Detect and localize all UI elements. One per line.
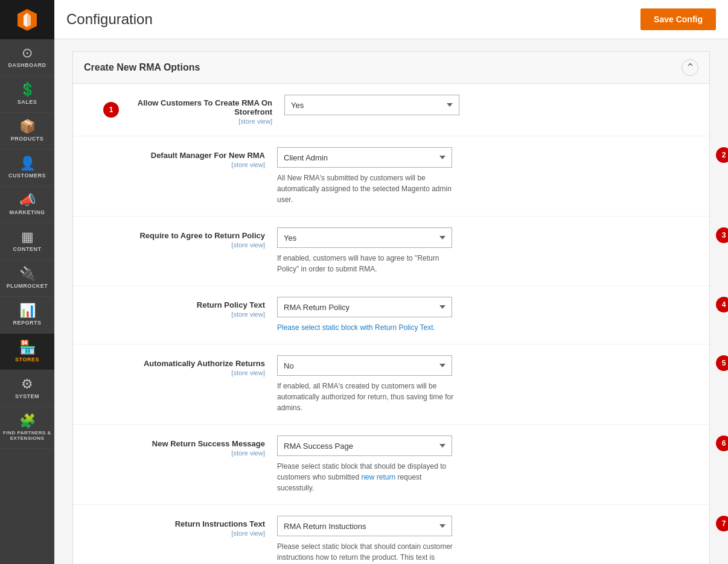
field-label-4: Return Policy Text [84, 300, 265, 309]
badge-wrapper-3: ← 3 [722, 230, 728, 241]
store-view-tag-5: [store view] [84, 369, 265, 376]
sidebar-item-label: MARKETING [10, 209, 45, 215]
page-header: Configuration Save Config [54, 0, 728, 39]
store-view-tag-4: [store view] [84, 311, 265, 318]
badge-wrapper-7: ← 7 [722, 518, 728, 529]
sidebar-item-stores[interactable]: 🏪 STORES [0, 334, 54, 370]
sidebar-item-customers[interactable]: 👤 CUSTOMERS [0, 150, 54, 186]
form-row-2: Default Manager For New RMA [store view]… [73, 136, 709, 217]
form-row-1: 1 → Allow Customers To Create RMA On Sto… [73, 84, 709, 136]
sidebar-item-label: SYSTEM [15, 393, 39, 399]
field-label-6: New Return Success Message [84, 439, 265, 448]
field-select-5[interactable]: No Yes [277, 355, 452, 376]
sidebar-item-label: PRODUCTS [11, 136, 44, 142]
sales-icon: 💲 [19, 83, 36, 97]
form-row-7: Return Instructions Text [store view] RM… [73, 505, 709, 564]
store-view-tag-7: [store view] [84, 530, 265, 537]
sidebar-item-marketing[interactable]: 📣 MARKETING [0, 186, 54, 223]
field-col-6: RMA Success Page ← 6 Please select stati… [277, 436, 698, 493]
sidebar-item-label: DASHBOARD [8, 62, 46, 68]
field-col-4: RMA Return Policy ← 4 Please select stat… [277, 297, 698, 333]
sidebar-item-label: CUSTOMERS [8, 173, 46, 179]
badge-2: 2 [716, 147, 728, 163]
save-config-button[interactable]: Save Config [640, 8, 716, 30]
sidebar-item-content[interactable]: ▦ CONTENT [0, 223, 54, 260]
badge-6: 6 [716, 436, 728, 451]
form-row-6: New Return Success Message [store view] … [73, 425, 709, 505]
field-label-7: Return Instructions Text [84, 519, 265, 528]
form-row-4: Return Policy Text [store view] RMA Retu… [73, 286, 709, 344]
badge-7: 7 [716, 516, 728, 531]
rma-options-panel-header: Create New RMA Options ⌃ [73, 52, 709, 84]
rma-options-collapse-button[interactable]: ⌃ [682, 59, 698, 76]
store-view-tag-2: [store view] [84, 161, 265, 168]
sidebar-item-reports[interactable]: 📊 REPORTS [0, 297, 54, 334]
field-note-6: Please select static block that should b… [277, 461, 458, 493]
sidebar-item-label: FIND PARTNERS & EXTENSIONS [3, 430, 51, 441]
field-note-4: Please select static block with Return P… [277, 322, 458, 333]
customers-icon: 👤 [19, 157, 36, 170]
badge-wrapper-2: ← 2 [722, 150, 728, 160]
field-select-1[interactable]: Yes No [284, 95, 459, 115]
sidebar-item-system[interactable]: ⚙ SYSTEM [0, 370, 54, 407]
sidebar-item-label: PLUMROCKET [7, 283, 48, 289]
sidebar-item-products[interactable]: 📦 PRODUCTS [0, 113, 54, 150]
find-partners-icon: 🧩 [19, 414, 36, 428]
sidebar-item-label: STORES [15, 356, 39, 363]
sidebar-item-label: SALES [18, 99, 37, 105]
main-area: Configuration Save Config Create New RMA… [54, 0, 728, 564]
sidebar-item-label: CONTENT [13, 246, 42, 252]
sidebar-item-sales[interactable]: 💲 SALES [0, 76, 54, 113]
products-icon: 📦 [19, 120, 36, 133]
badge-wrapper-5: ← 5 [722, 358, 728, 369]
store-view-tag-1: [store view] [127, 118, 272, 125]
field-note-3: If enabled, customers will have to agree… [277, 253, 458, 274]
label-col-5: Automatically Authorize Returns [store v… [84, 355, 277, 376]
field-col-7: RMA Return Instuctions ← 7 Please select… [277, 516, 698, 564]
badge-wrapper-4: ← 4 [722, 299, 728, 310]
plumrocket-icon: 🔌 [19, 267, 36, 280]
badge-1: 1 [103, 102, 119, 118]
field-col-2: Client Admin ← 2 All New RMA's submitted… [277, 147, 698, 205]
field-label-2: Default Manager For New RMA [84, 151, 265, 160]
marketing-icon: 📣 [19, 194, 36, 207]
label-col-7: Return Instructions Text [store view] [84, 516, 277, 537]
badge-5: 5 [716, 355, 728, 371]
system-icon: ⚙ [21, 378, 33, 391]
field-note-7: Please select static block that should c… [277, 541, 458, 564]
field-select-6[interactable]: RMA Success Page [277, 436, 452, 456]
stores-icon: 🏪 [19, 341, 36, 354]
dashboard-icon: ⊙ [22, 46, 33, 60]
field-label-1: Allow Customers To Create RMA On Storefr… [127, 98, 272, 116]
badge-3: 3 [716, 227, 728, 243]
rma-options-panel: Create New RMA Options ⌃ 1 → Allow Custo… [72, 51, 710, 564]
field-select-7[interactable]: RMA Return Instuctions [277, 516, 452, 536]
label-col-3: Require to Agree to Return Policy [store… [84, 227, 277, 249]
reports-icon: 📊 [19, 304, 36, 317]
field-note-5: If enabled, all RMA's created by custome… [277, 381, 458, 413]
field-col-5: No Yes ← 5 If enabled, all RMA's created… [277, 355, 698, 413]
logo-area [0, 0, 54, 39]
content-icon: ▦ [21, 230, 34, 244]
field-select-2[interactable]: Client Admin [277, 147, 452, 168]
label-col-6: New Return Success Message [store view] [84, 436, 277, 457]
field-select-4[interactable]: RMA Return Policy [277, 297, 452, 317]
form-row-5: Automatically Authorize Returns [store v… [73, 344, 709, 425]
label-col-4: Return Policy Text [store view] [84, 297, 277, 318]
sidebar: ⊙ DASHBOARD 💲 SALES 📦 PRODUCTS 👤 CUSTOME… [0, 0, 54, 564]
field-select-3[interactable]: Yes No [277, 227, 452, 248]
field-note-2: All New RMA's submitted by customers wil… [277, 173, 458, 205]
field-col-3: Yes No ← 3 If enabled, customers will ha… [277, 227, 698, 274]
field-label-5: Automatically Authorize Returns [84, 359, 265, 368]
field-col-1: Yes No [284, 95, 698, 115]
sidebar-item-plumrocket[interactable]: 🔌 PLUMROCKET [0, 260, 54, 297]
sidebar-item-label: REPORTS [13, 320, 41, 326]
sidebar-item-dashboard[interactable]: ⊙ DASHBOARD [0, 39, 54, 76]
chevron-up-icon: ⌃ [686, 62, 695, 73]
form-row-3: Require to Agree to Return Policy [store… [73, 217, 709, 286]
sidebar-item-find-partners[interactable]: 🧩 FIND PARTNERS & EXTENSIONS [0, 407, 54, 449]
rma-options-title: Create New RMA Options [84, 62, 200, 73]
field-label-3: Require to Agree to Return Policy [84, 231, 265, 240]
label-col-1: Allow Customers To Create RMA On Storefr… [91, 95, 284, 125]
magento-logo-icon [15, 8, 39, 32]
